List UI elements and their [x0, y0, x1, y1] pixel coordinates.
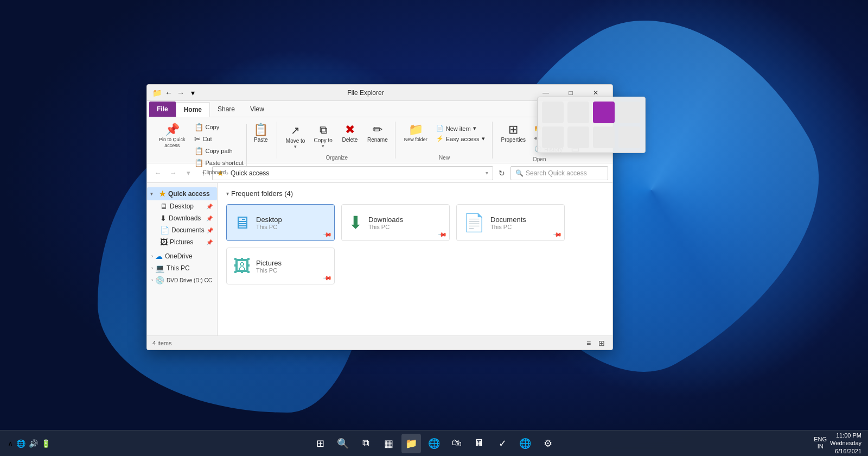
thumb-6[interactable]: [567, 126, 589, 148]
desktop-icon: 🖥: [160, 202, 168, 211]
content-area: ▾ Frequent folders (4) 🖥 Desktop This PC…: [218, 183, 612, 335]
pin-to-quick-access-button[interactable]: 📌 Pin to Quickaccess: [156, 122, 189, 151]
start-button[interactable]: ⊞: [310, 434, 330, 453]
sidebar-item-downloads[interactable]: ⬇ Downloads 📌: [147, 212, 217, 224]
folder-item-documents[interactable]: 📄 Documents This PC 📌: [456, 204, 565, 241]
move-to-arrow[interactable]: ▾: [291, 144, 300, 149]
calculator-button[interactable]: 🖩: [470, 434, 489, 453]
new-folder-button[interactable]: 📁 New folder: [401, 122, 431, 144]
paste-button[interactable]: 📋 Paste: [249, 122, 273, 145]
file-explorer-icon: 📁: [405, 438, 417, 449]
dvd-label: DVD Drive (D:) CC: [167, 277, 212, 283]
browser-icon: 🌐: [519, 438, 531, 449]
pictures-folder-info: Pictures This PC: [256, 259, 282, 274]
copy-to-icon: ⧉: [320, 124, 327, 136]
organize-items: ↗ Move to ▾ ⧉ Copy to ▾ ✖ D: [283, 119, 391, 154]
folder-item-downloads[interactable]: ⬇ Downloads This PC 📌: [341, 204, 450, 241]
window-title: File Explorer: [200, 89, 531, 97]
desktop-pin-icon: 📌: [322, 230, 332, 240]
tray-up-icon[interactable]: ∧: [7, 438, 14, 449]
ribbon-group-organize: ↗ Move to ▾ ⧉ Copy to ▾ ✖ D: [278, 119, 395, 161]
delete-button[interactable]: ✖ Delete: [338, 122, 362, 145]
tab-share[interactable]: Share: [210, 102, 242, 117]
store-button[interactable]: 🛍: [447, 434, 467, 453]
cut-button[interactable]: ✂ Cut: [191, 134, 247, 144]
folder-item-pictures[interactable]: 🖼 Pictures This PC 📌: [226, 248, 335, 284]
search-box[interactable]: 🔍 Search Quick access: [510, 166, 608, 180]
pin-icon-doc: 📌: [207, 227, 213, 233]
pictures-folder-icon: 🖼: [233, 256, 251, 276]
new-item-button[interactable]: 📄 New item ▾: [433, 124, 480, 133]
thumb-3[interactable]: [593, 102, 615, 123]
network-icon[interactable]: 🌐: [15, 438, 27, 449]
sidebar-item-dvd[interactable]: › 💿 DVD Drive (D:) CC: [147, 274, 217, 286]
sidebar-item-this-pc[interactable]: › 💻 This PC: [147, 262, 217, 274]
refresh-button[interactable]: ↻: [495, 167, 508, 180]
list-view-button[interactable]: ≡: [583, 338, 594, 349]
new-label: New: [439, 155, 450, 161]
tab-view[interactable]: View: [242, 102, 272, 117]
copy-path-button[interactable]: 📋 Copy path: [191, 145, 247, 156]
battery-icon[interactable]: 🔋: [40, 438, 52, 449]
search-icon: 🔍: [337, 438, 349, 449]
clock[interactable]: 11:00 PM Wednesday 6/16/2021: [830, 432, 861, 455]
edge-button[interactable]: 🌐: [424, 434, 444, 453]
sidebar-item-quick-access[interactable]: ▾ ★ Quick access: [147, 187, 217, 200]
thumb-5[interactable]: [542, 126, 564, 148]
copy-to-button[interactable]: ⧉ Copy to ▾: [310, 122, 335, 149]
move-to-button[interactable]: ↗ Move to ▾: [283, 122, 309, 149]
downloads-icon: ⬇: [160, 214, 167, 223]
settings-icon: ⚙: [544, 438, 552, 449]
tab-home[interactable]: Home: [176, 102, 210, 117]
easy-access-button[interactable]: ⚡ Easy access ▾: [433, 134, 488, 143]
paste-shortcut-icon: 📋: [194, 159, 203, 167]
task-view-button[interactable]: ⧉: [356, 434, 375, 453]
section-title-text: Frequent folders (4): [231, 189, 293, 198]
sidebar-item-pictures[interactable]: 🖼 Pictures 📌: [147, 236, 217, 248]
thumb-4[interactable]: [618, 102, 640, 123]
copy-to-arrow[interactable]: ▾: [318, 143, 328, 149]
back-button[interactable]: ←: [151, 167, 164, 180]
downloads-label: Downloads: [169, 214, 201, 222]
grid-view-button[interactable]: ⊞: [596, 338, 607, 349]
task-view-icon: ⧉: [362, 438, 369, 449]
pictures-label: Pictures: [170, 238, 193, 246]
taskbar-right: ENG IN 11:00 PM Wednesday 6/16/2021: [814, 432, 861, 455]
todo-button[interactable]: ✓: [493, 434, 512, 453]
chevron-dvd: ›: [151, 277, 153, 283]
folder-item-desktop[interactable]: 🖥 Desktop This PC 📌: [226, 204, 335, 241]
cut-icon: ✂: [194, 135, 201, 143]
recent-locations-button[interactable]: ▾: [182, 167, 195, 180]
desktop-folder-icon: 🖥: [233, 213, 251, 233]
rename-button[interactable]: ✏ Rename: [364, 122, 391, 145]
onedrive-label: OneDrive: [165, 252, 193, 260]
paste-shortcut-button[interactable]: 📋 Paste shortcut: [191, 157, 247, 168]
sidebar-item-desktop[interactable]: 🖥 Desktop 📌: [147, 200, 217, 212]
tab-file[interactable]: File: [149, 102, 176, 117]
thumb-8[interactable]: [618, 126, 640, 148]
sidebar-item-onedrive[interactable]: › ☁ OneDrive: [147, 250, 217, 262]
window-thumbnail-grid: [537, 97, 646, 153]
section-chevron: ▾: [226, 191, 229, 197]
search-button[interactable]: 🔍: [333, 434, 353, 453]
clipboard-col: 📋 Copy ✂ Cut 📋 Copy path: [191, 122, 247, 168]
this-pc-icon: 💻: [155, 264, 164, 273]
volume-icon[interactable]: 🔊: [28, 438, 39, 449]
thumb-2[interactable]: [567, 102, 589, 123]
forward-button[interactable]: →: [167, 167, 180, 180]
thumb-1[interactable]: [542, 102, 564, 123]
thumb-7[interactable]: [593, 126, 615, 148]
store-icon: 🛍: [452, 438, 462, 449]
back-qs: ←: [163, 87, 174, 98]
properties-button[interactable]: ⊞ Properties: [498, 122, 529, 145]
browser-button[interactable]: 🌐: [515, 434, 535, 453]
documents-folder-sub: This PC: [490, 224, 526, 230]
new-item-arrow: ▾: [473, 125, 476, 132]
copy-button[interactable]: 📋 Copy: [191, 122, 247, 132]
widgets-button[interactable]: ▦: [379, 434, 398, 453]
file-explorer-button[interactable]: 📁: [401, 434, 421, 453]
pictures-pin-icon: 📌: [322, 273, 332, 283]
settings-button[interactable]: ⚙: [538, 434, 558, 453]
system-tray-left: ∧ 🌐 🔊 🔋: [7, 438, 52, 449]
sidebar-item-documents[interactable]: 📄 Documents 📌: [147, 224, 217, 236]
